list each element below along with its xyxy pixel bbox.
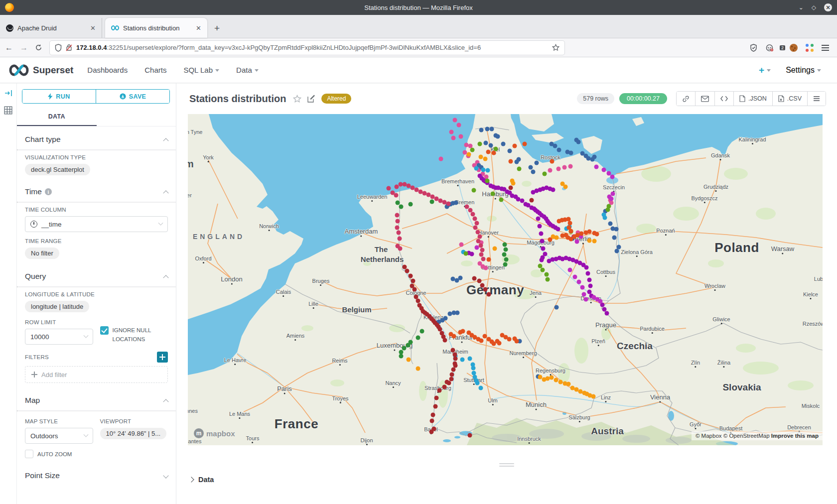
url-text[interactable]: 172.18.0.4:32251/superset/explore/?form_… bbox=[76, 44, 548, 51]
station-dot[interactable] bbox=[503, 243, 507, 247]
ignore-null-checkbox[interactable] bbox=[100, 326, 109, 335]
new-tab-button[interactable]: + bbox=[214, 23, 220, 34]
station-dot[interactable] bbox=[486, 168, 490, 173]
station-dot[interactable] bbox=[468, 357, 472, 361]
embed-code-button[interactable] bbox=[714, 92, 733, 106]
nav-dashboards[interactable]: Dashboards bbox=[87, 66, 128, 74]
station-dot[interactable] bbox=[515, 339, 519, 344]
copy-link-button[interactable] bbox=[677, 92, 695, 106]
station-dot[interactable] bbox=[396, 219, 400, 224]
station-dot[interactable] bbox=[451, 136, 456, 140]
tab-data[interactable]: DATA bbox=[17, 109, 97, 126]
station-dot[interactable] bbox=[497, 341, 502, 346]
station-dot[interactable] bbox=[576, 140, 581, 144]
station-dot[interactable] bbox=[586, 271, 590, 276]
station-dot[interactable] bbox=[406, 343, 411, 348]
back-icon[interactable]: ← bbox=[5, 43, 13, 52]
station-dot[interactable] bbox=[502, 252, 507, 257]
station-dot[interactable] bbox=[416, 299, 420, 303]
station-dot[interactable] bbox=[430, 419, 434, 423]
station-dot[interactable] bbox=[582, 292, 586, 297]
window-close-icon[interactable]: ✕ bbox=[824, 3, 832, 11]
station-dot[interactable] bbox=[396, 201, 400, 205]
station-dot[interactable] bbox=[409, 202, 413, 207]
station-dot[interactable] bbox=[453, 118, 457, 123]
station-dot[interactable] bbox=[513, 144, 517, 148]
station-dot[interactable] bbox=[399, 354, 404, 359]
station-dot[interactable] bbox=[443, 338, 447, 343]
station-dot[interactable] bbox=[539, 232, 544, 236]
station-dot[interactable] bbox=[543, 172, 547, 176]
station-dot[interactable] bbox=[483, 157, 488, 161]
station-dot[interactable] bbox=[580, 285, 585, 290]
station-dot[interactable] bbox=[484, 141, 488, 145]
station-dot[interactable] bbox=[477, 279, 482, 283]
station-dot[interactable] bbox=[387, 186, 391, 191]
bookmark-star-icon[interactable] bbox=[552, 44, 559, 51]
station-dot[interactable] bbox=[555, 305, 559, 310]
station-dot[interactable] bbox=[587, 230, 592, 234]
station-dot[interactable] bbox=[395, 226, 400, 230]
time-range-pill[interactable]: No filter bbox=[25, 248, 59, 259]
station-dot[interactable] bbox=[445, 380, 449, 384]
station-dot[interactable] bbox=[592, 155, 597, 159]
auto-zoom-checkbox[interactable] bbox=[25, 450, 33, 458]
station-dot[interactable] bbox=[437, 388, 442, 393]
station-dot[interactable] bbox=[460, 358, 465, 362]
station-dot[interactable] bbox=[587, 239, 592, 243]
station-dot[interactable] bbox=[409, 274, 413, 278]
tab-stations-distribution[interactable]: Stations distribution ✕ bbox=[105, 18, 207, 38]
station-dot[interactable] bbox=[487, 292, 491, 297]
station-dot[interactable] bbox=[496, 134, 500, 139]
tab-apache-druid[interactable]: Apache Druid ✕ bbox=[0, 18, 102, 38]
station-dot[interactable] bbox=[481, 257, 486, 261]
window-minimize-icon[interactable]: ⌄ bbox=[799, 4, 804, 10]
station-dot[interactable] bbox=[548, 238, 553, 242]
station-dot[interactable] bbox=[483, 287, 488, 292]
shield-permissions-icon[interactable] bbox=[55, 44, 62, 52]
colorful-addon-icon[interactable] bbox=[806, 44, 814, 52]
station-dot[interactable] bbox=[531, 170, 536, 174]
station-dot[interactable] bbox=[487, 257, 491, 262]
edit-icon[interactable] bbox=[307, 95, 315, 103]
station-dot[interactable] bbox=[569, 151, 573, 155]
station-dot[interactable] bbox=[452, 334, 456, 339]
station-dot[interactable] bbox=[454, 201, 458, 205]
station-dot[interactable] bbox=[484, 266, 488, 270]
station-dot[interactable] bbox=[459, 134, 463, 139]
time-column-select[interactable]: __time bbox=[25, 216, 168, 232]
station-dot[interactable] bbox=[455, 278, 459, 283]
station-dot[interactable] bbox=[395, 213, 400, 218]
station-dot[interactable] bbox=[478, 235, 482, 239]
station-dot[interactable] bbox=[443, 316, 448, 321]
station-dot[interactable] bbox=[545, 272, 549, 277]
station-dot[interactable] bbox=[608, 222, 613, 226]
station-dot[interactable] bbox=[503, 262, 508, 267]
station-dot[interactable] bbox=[610, 175, 615, 179]
station-dot[interactable] bbox=[439, 157, 443, 161]
station-dot[interactable] bbox=[557, 148, 561, 152]
station-dot[interactable] bbox=[472, 276, 477, 281]
station-dot[interactable] bbox=[554, 378, 558, 382]
station-dot[interactable] bbox=[475, 221, 479, 226]
station-dot[interactable] bbox=[416, 336, 420, 340]
map-attribution[interactable]: © Mapbox © OpenStreetMap Improve this ma… bbox=[692, 431, 823, 440]
station-dot[interactable] bbox=[588, 284, 593, 288]
superset-brand[interactable]: Superset bbox=[9, 64, 73, 76]
improve-map-link[interactable]: Improve this map bbox=[771, 433, 819, 439]
station-dot[interactable] bbox=[434, 396, 439, 400]
section-time[interactable]: Timei bbox=[17, 175, 176, 202]
station-dot[interactable] bbox=[395, 185, 399, 189]
station-dot[interactable] bbox=[558, 380, 563, 384]
add-filter-plus-button[interactable] bbox=[157, 352, 168, 363]
insecure-lock-icon[interactable] bbox=[66, 44, 72, 51]
viewport-pill[interactable]: 10° 24' 49.86" | 5... bbox=[100, 428, 167, 439]
tab-close-icon[interactable]: ✕ bbox=[196, 24, 201, 32]
station-dot[interactable] bbox=[566, 382, 571, 386]
window-maximize-icon[interactable]: ◇ bbox=[812, 4, 816, 10]
section-point-size[interactable]: Point Size bbox=[17, 458, 176, 486]
station-dot[interactable] bbox=[479, 252, 484, 257]
station-dot[interactable] bbox=[523, 142, 527, 146]
station-dot[interactable] bbox=[475, 381, 480, 385]
station-dot[interactable] bbox=[450, 373, 454, 377]
